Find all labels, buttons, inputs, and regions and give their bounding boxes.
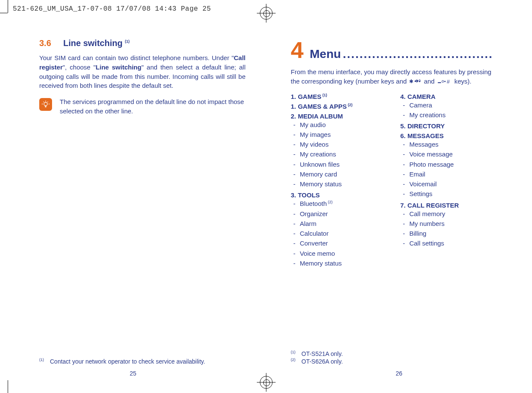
menu-item: Billing	[410, 228, 493, 238]
chapter-number: 4	[291, 38, 304, 61]
tip-block: The services programmed on the default l…	[39, 97, 246, 116]
svg-point-7	[444, 81, 445, 82]
menu-item: My videos	[300, 139, 384, 149]
menu-column-right: 4. CAMERACameraMy creations5. DIRECTORY6…	[400, 90, 493, 269]
chapter-title: Menu	[310, 47, 341, 61]
footnote-mark: (2)	[327, 200, 333, 204]
section-title-footnote-mark: (1)	[125, 39, 130, 43]
footnote-mark: (1)	[321, 93, 327, 97]
footnote: (1)OT-S521A only.	[291, 350, 343, 357]
page-number: 26	[395, 370, 402, 377]
menu-heading: 3. TOOLS	[291, 191, 384, 199]
footnotes: (1)Contact your network operator to chec…	[39, 358, 205, 366]
menu-heading: 1. GAMES & APPS (2)	[291, 103, 384, 110]
menu-item: My images	[300, 130, 384, 139]
menu-item: My creations	[410, 110, 493, 120]
menu-item: Call settings	[410, 238, 493, 248]
svg-text:✱: ✱	[409, 78, 413, 84]
chapter-intro: From the menu interface, you may directl…	[291, 67, 493, 87]
menu-item: Voicemail	[410, 179, 493, 189]
body-text: ", choose "	[63, 64, 96, 71]
menu-item: Call memory	[410, 209, 493, 219]
menu-columns: 1. GAMES (1)1. GAMES & APPS (2)2. MEDIA …	[291, 90, 493, 269]
section-number: 3.6	[39, 38, 51, 48]
footnote: (2)OT-S626A only.	[291, 358, 343, 365]
section-heading: 3.6 Line switching (1)	[39, 38, 246, 48]
footnotes: (1)OT-S521A only.(2)OT-S626A only.	[291, 350, 343, 366]
menu-item: Unknown files	[300, 159, 384, 169]
footnote: (1)Contact your network operator to chec…	[39, 358, 205, 365]
footnote-text: Contact your network operator to check s…	[50, 358, 205, 365]
footnote-text: OT-S521A only.	[302, 350, 343, 357]
menu-item: Calculator	[300, 228, 384, 238]
menu-heading: 4. CAMERA	[400, 93, 493, 100]
page-26: 4 Menu .................................…	[266, 34, 532, 393]
menu-heading: 2. MEDIA ALBUM	[291, 113, 384, 120]
menu-item: My creations	[300, 149, 384, 159]
menu-item: Memory card	[300, 169, 384, 179]
menu-item: Memory status	[300, 179, 384, 189]
footnote-mark: (1)	[291, 350, 296, 354]
crop-mark	[8, 0, 8, 13]
crop-mark	[0, 13, 8, 13]
svg-rect-4	[419, 81, 420, 82]
svg-point-6	[442, 80, 444, 82]
intro-text: keys).	[454, 78, 471, 85]
registration-target-icon	[260, 7, 273, 20]
menu-heading: 6. MESSAGES	[400, 132, 493, 139]
menu-heading: 7. CALL REGISTER	[400, 202, 493, 209]
hash-key-icon: #	[437, 78, 452, 87]
menu-item: Settings	[410, 189, 493, 199]
footnote-text: OT-S626A only.	[302, 358, 343, 365]
section-title: Line switching (1)	[63, 38, 129, 48]
svg-rect-5	[438, 82, 441, 83]
menu-item: Voice memo	[300, 249, 384, 258]
menu-heading: 1. GAMES (1)	[291, 93, 384, 100]
chapter-heading: 4 Menu .................................…	[291, 38, 493, 61]
menu-item: Memory status	[300, 258, 384, 268]
menu-item: Messages	[410, 139, 493, 149]
svg-rect-2	[415, 81, 416, 82]
menu-item: Bluetooth (2)	[300, 199, 384, 208]
tip-text: The services programmed on the default l…	[60, 97, 246, 116]
svg-text:#: #	[447, 78, 450, 84]
menu-item: Organizer	[300, 209, 384, 219]
menu-column-left: 1. GAMES (1)1. GAMES & APPS (2)2. MEDIA …	[291, 90, 384, 269]
intro-text: and	[424, 78, 436, 85]
print-job-header: 521-626_UM_USA_17-07-08 17/07/08 14:43 P…	[13, 5, 211, 13]
page-25: 3.6 Line switching (1) Your SIM card can…	[0, 34, 266, 393]
menu-item: Converter	[300, 238, 384, 248]
body-text-bold: Line switching	[96, 64, 141, 71]
body-text: Your SIM card can contain two distinct t…	[39, 54, 234, 61]
footnote-mark: (1)	[39, 358, 44, 362]
footnote-mark: (2)	[291, 358, 296, 362]
star-key-icon: ✱	[409, 78, 421, 87]
menu-item: Alarm	[300, 219, 384, 228]
footnote-mark: (2)	[347, 103, 353, 107]
menu-item: Voice message	[410, 149, 493, 159]
svg-point-0	[44, 102, 47, 106]
menu-item: My audio	[300, 120, 384, 130]
menu-item: Photo message	[410, 159, 493, 169]
section-body: Your SIM card can contain two distinct t…	[39, 53, 246, 90]
menu-item: Camera	[410, 100, 493, 110]
page-number: 25	[130, 370, 137, 377]
lightbulb-icon	[39, 98, 52, 111]
menu-item: Email	[410, 169, 493, 179]
menu-heading: 5. DIRECTORY	[400, 122, 493, 130]
chapter-dots: ......................................	[343, 47, 493, 61]
menu-item: My numbers	[410, 219, 493, 228]
section-title-text: Line switching	[63, 38, 122, 48]
